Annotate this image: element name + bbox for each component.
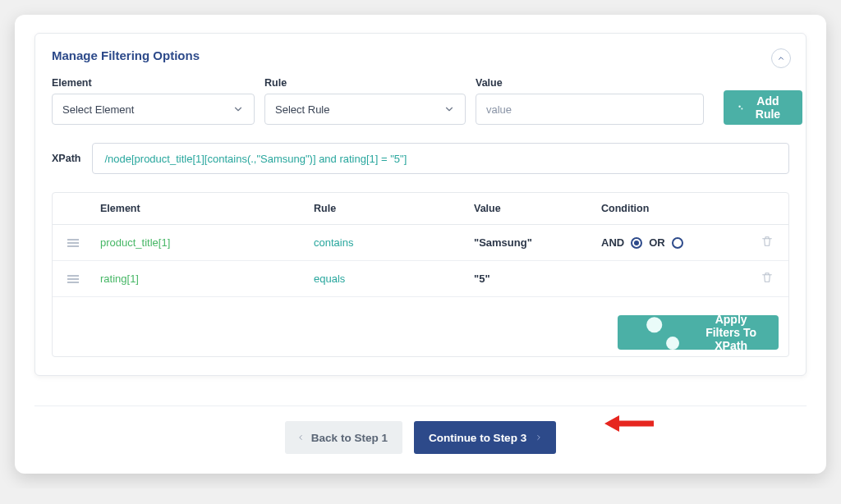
xpath-expression: /node[product_title[1][contains(.,"Samsu… <box>104 153 407 165</box>
apply-filters-button[interactable]: Apply Filters To XPath <box>618 315 779 350</box>
add-rule-button[interactable]: Add Rule <box>724 90 802 125</box>
trash-icon <box>761 271 774 284</box>
col-header-value: Value <box>474 203 601 214</box>
back-button[interactable]: Back to Step 1 <box>285 421 402 454</box>
continue-button[interactable]: Continue to Step 3 <box>414 421 556 454</box>
filtering-card: Manage Filtering Options Element Select … <box>34 33 807 376</box>
rule-label: Rule <box>264 77 466 89</box>
chevron-right-icon <box>535 433 543 442</box>
svg-point-3 <box>666 337 679 350</box>
element-select-value: Select Element <box>62 103 134 116</box>
element-label: Element <box>52 77 255 89</box>
element-field: Element Select Element <box>52 77 255 125</box>
value-placeholder: value <box>486 103 512 116</box>
footer-actions: Back to Step 1 Continue to Step 3 <box>34 405 807 454</box>
drag-handle-icon[interactable] <box>67 239 100 247</box>
value-field: Value value <box>476 77 704 125</box>
chevron-up-icon <box>777 54 785 62</box>
row-value: "Samsung" <box>474 236 601 249</box>
apply-row: Apply Filters To XPath <box>53 297 788 356</box>
xpath-row: XPath /node[product_title[1][contains(.,… <box>52 143 789 174</box>
back-label: Back to Step 1 <box>311 432 388 444</box>
condition-and-label: AND <box>601 236 624 249</box>
svg-point-1 <box>741 108 742 110</box>
col-header-condition: Condition <box>601 203 749 214</box>
selectors-row: Element Select Element Rule Select Rule … <box>52 77 789 125</box>
chevron-down-icon <box>443 103 455 115</box>
chevron-down-icon <box>232 103 244 115</box>
rule-field: Rule Select Rule <box>264 77 466 125</box>
chevron-left-icon <box>296 433 305 442</box>
row-value: "5" <box>474 273 601 285</box>
value-input[interactable]: value <box>476 94 704 125</box>
col-header-rule: Rule <box>314 203 474 214</box>
collapse-toggle[interactable] <box>771 48 791 68</box>
element-select[interactable]: Select Element <box>52 94 255 125</box>
condition-or-label: OR <box>649 236 665 249</box>
continue-label: Continue to Step 3 <box>429 432 526 444</box>
col-header-element: Element <box>100 203 314 214</box>
drag-handle-icon[interactable] <box>67 275 100 283</box>
delete-row-button[interactable] <box>761 274 774 286</box>
rules-table: Element Rule Value Condition product_tit… <box>52 192 789 357</box>
row-rule: contains <box>314 236 474 249</box>
row-element: rating[1] <box>100 273 314 285</box>
callout-arrow <box>604 411 654 439</box>
xpath-label: XPath <box>52 153 80 164</box>
table-row: product_title[1] contains "Samsung" AND … <box>53 225 788 261</box>
arrow-left-icon <box>604 411 654 436</box>
gears-icon <box>631 301 694 357</box>
row-rule: equals <box>314 273 474 285</box>
section-title: Manage Filtering Options <box>52 48 789 62</box>
gears-icon <box>737 101 745 114</box>
svg-point-2 <box>646 317 662 332</box>
apply-filters-label: Apply Filters To XPath <box>701 313 761 352</box>
condition-and-radio[interactable] <box>631 237 642 249</box>
condition-or-radio[interactable] <box>672 237 683 249</box>
svg-point-0 <box>738 106 740 108</box>
table-header: Element Rule Value Condition <box>53 193 788 225</box>
table-row: rating[1] equals "5" <box>53 261 788 297</box>
rule-select-value: Select Rule <box>275 103 329 116</box>
delete-row-button[interactable] <box>761 238 774 250</box>
row-element: product_title[1] <box>100 236 314 249</box>
trash-icon <box>761 235 774 248</box>
xpath-input[interactable]: /node[product_title[1][contains(.,"Samsu… <box>92 143 789 174</box>
page-container: Manage Filtering Options Element Select … <box>15 15 826 474</box>
condition-group: AND OR <box>601 236 749 249</box>
add-rule-label: Add Rule <box>753 94 784 121</box>
svg-marker-5 <box>604 415 619 432</box>
value-label: Value <box>476 77 704 89</box>
rule-select[interactable]: Select Rule <box>264 94 466 125</box>
